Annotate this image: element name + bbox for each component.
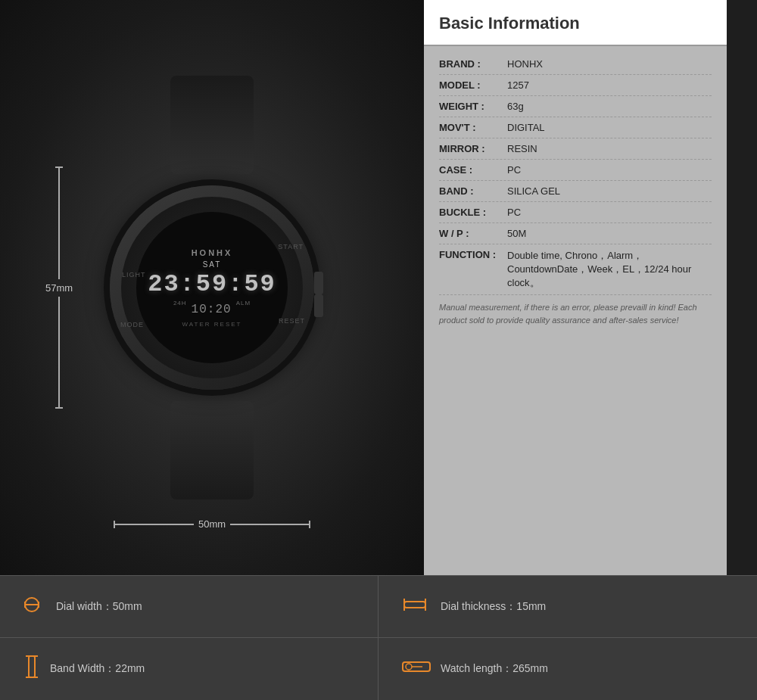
band-top: [170, 76, 254, 174]
info-key: MOV'T :: [439, 122, 507, 133]
spec-item: Dial thickness：15mm: [378, 576, 757, 638]
dial-thickness-icon: [401, 596, 431, 618]
info-row: MOV'T :DIGITAL: [439, 117, 712, 138]
info-row: W / P :50M: [439, 223, 712, 244]
svg-point-11: [406, 664, 412, 670]
info-key: W / P :: [439, 228, 507, 239]
spec-item: Band Width：22mm: [0, 638, 378, 700]
info-val: PC: [507, 164, 712, 176]
spec-label: Watch length：265mm: [441, 662, 548, 676]
label-start: START: [278, 243, 304, 250]
band-width-icon: [23, 655, 41, 683]
info-val: RESIN: [507, 143, 712, 154]
watch-case-inner: HONHX SAT 23:59:59 24H 10:20 ALM WATER R…: [121, 197, 303, 378]
info-key: MIRROR :: [439, 143, 507, 154]
info-row: CASE :PC: [439, 160, 712, 181]
watch-length-icon: [401, 656, 431, 682]
info-row: FUNCTION :Double time, Chrono，Alarm，Coun…: [439, 244, 712, 295]
info-val: 50M: [507, 228, 712, 239]
info-val: DIGITAL: [507, 122, 712, 133]
info-val: Double time, Chrono，Alarm，CountdownDate，…: [507, 249, 712, 290]
label-light: LIGHT: [122, 271, 146, 278]
info-row: MIRROR :RESIN: [439, 138, 712, 160]
width-label: 50mm: [194, 518, 230, 530]
info-val: 1257: [507, 79, 712, 91]
watch-button-reset: [314, 294, 323, 317]
info-key: BAND :: [439, 185, 507, 197]
watch-case-outer: HONHX SAT 23:59:59 24H 10:20 ALM WATER R…: [110, 185, 314, 390]
info-key: CASE :: [439, 164, 507, 176]
label-alm: ALM: [236, 300, 251, 316]
svg-rect-7: [29, 656, 35, 677]
spec-label: Band Width：22mm: [50, 662, 145, 676]
info-panel: Basic Information BRAND :HONHXMODEL :125…: [424, 0, 727, 575]
band-bottom: [170, 401, 254, 499]
info-key: WEIGHT :: [439, 101, 507, 112]
watch-button-start: [314, 272, 323, 294]
spec-label: Dial width：50mm: [56, 600, 142, 614]
info-header: Basic Information: [424, 0, 727, 46]
info-row: BAND :SILICA GEL: [439, 181, 712, 202]
watch-section: 57mm HONHX SAT 23:59:59 24H 10: [0, 0, 424, 575]
watch-time-main: 23:59:59: [148, 270, 276, 298]
width-dimension: 50mm: [114, 518, 310, 530]
watch-sub-labels: 24H 10:20 ALM: [173, 300, 251, 316]
label-mode: MODE: [120, 321, 144, 328]
watch-day-display: SAT: [203, 260, 222, 269]
info-val: HONHX: [507, 58, 712, 70]
info-row: BRAND :HONHX: [439, 54, 712, 75]
info-val: 63g: [507, 101, 712, 112]
label-24h: 24H: [173, 300, 187, 316]
info-key: BUCKLE :: [439, 207, 507, 218]
watch-image: HONHX SAT 23:59:59 24H 10:20 ALM WATER R…: [68, 76, 356, 499]
info-body: BRAND :HONHXMODEL :1257WEIGHT :63gMOV'T …: [424, 46, 727, 575]
info-val: PC: [507, 207, 712, 218]
spec-item: Watch length：265mm: [378, 638, 757, 700]
svg-rect-4: [404, 602, 425, 608]
info-row: MODEL :1257: [439, 75, 712, 96]
info-key: BRAND :: [439, 58, 507, 70]
info-row: WEIGHT :63g: [439, 96, 712, 117]
info-val: SILICA GEL: [507, 185, 712, 197]
info-key: FUNCTION :: [439, 249, 507, 260]
watch-time-sub: 10:20: [192, 303, 232, 316]
watch-bottom-text: WATER RESET: [182, 321, 242, 328]
specs-bar: Dial width：50mmDial thickness：15mmBand W…: [0, 575, 757, 700]
spec-item: Dial width：50mm: [0, 576, 378, 638]
info-key: MODEL :: [439, 79, 507, 91]
info-note: Manual measurement, if there is an error…: [439, 301, 712, 326]
info-row: BUCKLE :PC: [439, 202, 712, 223]
watch-face: HONHX SAT 23:59:59 24H 10:20 ALM WATER R…: [136, 212, 288, 363]
watch-brand-display: HONHX: [192, 248, 233, 257]
spec-label: Dial thickness：15mm: [441, 600, 546, 614]
info-title: Basic Information: [439, 14, 712, 33]
label-reset: RESET: [279, 317, 305, 325]
dial-width-icon: [23, 596, 47, 618]
